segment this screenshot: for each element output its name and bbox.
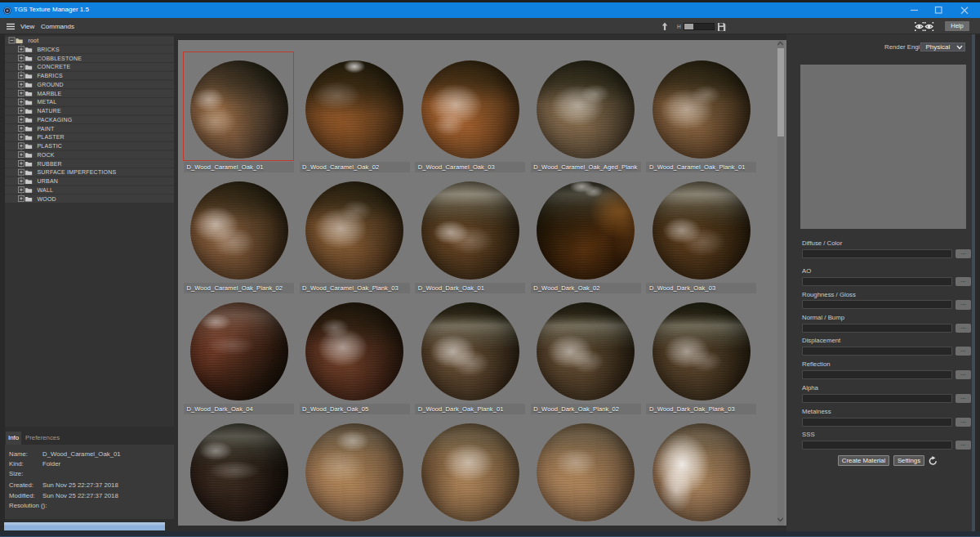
svg-text:COBBLESTONE: COBBLESTONE	[38, 56, 82, 61]
svg-text:RUBBER: RUBBER	[38, 161, 62, 167]
svg-text:MARBLE: MARBLE	[38, 91, 62, 96]
svg-text:WOOD: WOOD	[38, 196, 56, 202]
svg-text:ROCK: ROCK	[38, 152, 55, 158]
svg-text:root: root	[29, 38, 39, 43]
svg-text:METAL: METAL	[38, 99, 57, 105]
svg-text:PACKAGING: PACKAGING	[38, 117, 73, 123]
svg-text:NATURE: NATURE	[38, 108, 62, 114]
svg-text:FABRICS: FABRICS	[38, 73, 63, 78]
svg-text:PAINT: PAINT	[38, 126, 56, 132]
svg-text:SURFACE IMPERFECTIONS: SURFACE IMPERFECTIONS	[38, 169, 117, 175]
svg-text:URBAN: URBAN	[38, 178, 59, 184]
svg-text:GROUND: GROUND	[38, 82, 64, 87]
svg-text:PLASTER: PLASTER	[38, 134, 65, 140]
svg-text:BRICKS: BRICKS	[38, 47, 60, 52]
svg-text:WALL: WALL	[38, 187, 54, 193]
svg-text:PLASTIC: PLASTIC	[38, 143, 63, 149]
svg-text:CONCRETE: CONCRETE	[38, 64, 71, 69]
